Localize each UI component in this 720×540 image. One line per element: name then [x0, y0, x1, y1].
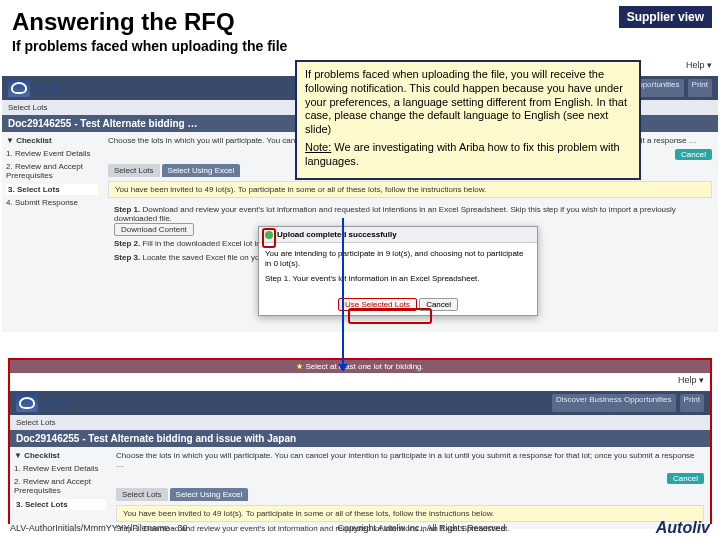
lower-screenshot: ★ Select at least one lot for bidding. H… — [8, 358, 712, 524]
pointer-arrow — [342, 218, 344, 366]
nav-chip[interactable]: Print — [688, 79, 712, 97]
nav-chip[interactable]: Print — [680, 394, 704, 412]
supplier-view-badge: Supplier view — [619, 6, 712, 28]
highlight-ring — [262, 228, 276, 248]
footer-brand: Autoliv — [656, 519, 710, 537]
help-link[interactable]: Help ▾ — [678, 375, 704, 385]
download-content-button[interactable]: Download Content — [114, 223, 194, 236]
checklist-sidebar: ▼ Checklist 1. Review Event Details 2. R… — [2, 132, 102, 332]
tab-select-lots[interactable]: Select Lots — [116, 488, 168, 501]
vendor-logo: Autoliv — [8, 79, 60, 97]
explanation-callout: If problems faced when uploading the fil… — [295, 60, 641, 180]
sidebar-item[interactable]: 2. Review and Accept Prerequisites — [14, 477, 106, 496]
sidebar-item[interactable]: 2. Review and Accept Prerequisites — [6, 162, 98, 181]
doc-title: Doc29146255 - Test Alternate bidding and… — [10, 430, 710, 447]
slide-footer: ALV-AuthorInitials/MmmYYYY/Filename - 30… — [0, 516, 720, 540]
highlight-ring — [348, 308, 432, 324]
error-bar: ★ Select at least one lot for bidding. — [10, 360, 710, 373]
sidebar-item[interactable]: 4. Submit Response — [6, 198, 98, 208]
sidebar-item-active[interactable]: 3. Select Lots — [14, 499, 106, 511]
nav-chip[interactable]: Discover Business Opportunities — [552, 394, 676, 412]
help-link[interactable]: Help ▾ — [686, 60, 712, 70]
footer-left: ALV-AuthorInitials/MmmYYYY/Filename - 30 — [10, 523, 187, 533]
tab-select-using-excel[interactable]: Select Using Excel — [162, 164, 241, 177]
vendor-logo: Autoliv — [16, 394, 68, 412]
page-title: Answering the RFQ — [0, 0, 720, 38]
tab-select-using-excel[interactable]: Select Using Excel — [170, 488, 249, 501]
cancel-button[interactable]: Cancel — [667, 473, 704, 484]
cancel-button[interactable]: Cancel — [675, 149, 712, 160]
footer-center: Copyright Autoliv Inc., All Rights Reser… — [338, 523, 506, 533]
sidebar-item-active[interactable]: 3. Select Lots — [6, 184, 98, 196]
page-subtitle: If problems faced when uploading the fil… — [0, 38, 720, 60]
invitation-bar: You have been invited to 49 lot(s). To p… — [108, 181, 712, 198]
tab-select-lots[interactable]: Select Lots — [108, 164, 160, 177]
upload-dialog: Upload completed successfully You are in… — [258, 226, 538, 316]
sidebar-item[interactable]: 1. Review Event Details — [14, 464, 106, 474]
sidebar-item[interactable]: 1. Review Event Details — [6, 149, 98, 159]
